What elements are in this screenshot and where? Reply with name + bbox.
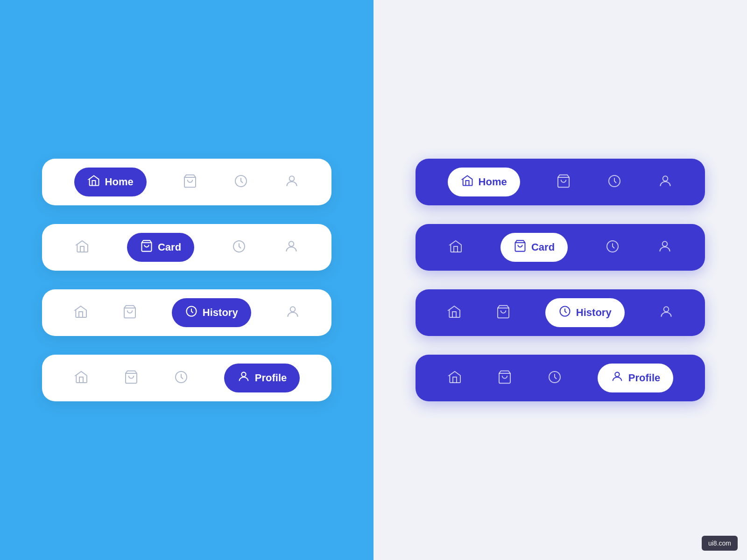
home-icon <box>447 304 462 321</box>
home-icon <box>448 239 463 256</box>
profile-pill-blue[interactable]: Profile <box>224 364 300 392</box>
svg-point-20 <box>664 307 669 312</box>
profile-pill-white[interactable]: Profile <box>598 364 673 392</box>
home-label: Home <box>479 176 507 188</box>
nav-item-home[interactable]: Home <box>448 168 520 196</box>
card-label: Card <box>158 241 181 253</box>
nav-item-profile[interactable] <box>658 174 673 190</box>
home-icon <box>87 174 100 190</box>
history-label: History <box>576 307 612 319</box>
nav-item-card[interactable]: Card <box>500 233 568 262</box>
nav-item-card[interactable]: Card <box>127 233 194 262</box>
cart-icon <box>496 304 511 321</box>
clock-icon <box>233 174 248 190</box>
home-icon <box>73 304 88 321</box>
history-label: History <box>203 307 238 319</box>
home-icon <box>75 239 90 256</box>
home-pill-white[interactable]: Home <box>448 168 520 196</box>
nav-item-history[interactable] <box>233 174 248 190</box>
cart-icon <box>124 370 139 386</box>
nav-item-profile[interactable] <box>657 239 672 256</box>
nav-bar-history-purple: History <box>416 289 705 336</box>
nav-item-card[interactable] <box>122 304 137 321</box>
svg-point-5 <box>289 241 294 246</box>
card-pill-white[interactable]: Card <box>500 233 568 262</box>
home-pill-blue[interactable]: Home <box>74 168 147 196</box>
history-pill-white[interactable]: History <box>545 298 625 327</box>
clock-icon <box>185 305 198 321</box>
nav-item-history[interactable]: History <box>172 298 251 327</box>
nav-item-history[interactable]: History <box>545 298 625 327</box>
clock-icon <box>232 239 247 256</box>
nav-bar-card-white: Card <box>42 224 331 271</box>
cart-icon <box>556 174 571 190</box>
nav-bar-history-white: History <box>42 289 331 336</box>
nav-bar-home-white: Home <box>42 159 331 205</box>
nav-item-card[interactable] <box>183 174 197 190</box>
cart-icon <box>497 370 512 386</box>
left-panel: Home <box>0 0 374 560</box>
user-icon <box>659 304 674 321</box>
clock-icon <box>605 239 620 256</box>
nav-item-home[interactable] <box>75 239 90 256</box>
nav-item-card[interactable] <box>124 370 139 386</box>
nav-item-history[interactable] <box>607 174 622 190</box>
cart-icon <box>514 239 527 255</box>
nav-item-history[interactable] <box>232 239 247 256</box>
nav-item-history[interactable] <box>174 370 189 386</box>
user-icon <box>284 174 299 190</box>
watermark: ui8.com <box>702 536 738 551</box>
nav-item-home[interactable] <box>448 239 463 256</box>
nav-item-card[interactable] <box>496 304 511 321</box>
svg-point-2 <box>289 176 295 181</box>
nav-item-history[interactable] <box>547 370 562 386</box>
user-icon <box>284 239 299 256</box>
nav-item-home[interactable] <box>447 304 462 321</box>
clock-icon <box>558 305 571 321</box>
profile-label: Profile <box>255 372 287 384</box>
nav-item-profile[interactable]: Profile <box>598 364 673 392</box>
nav-item-profile[interactable]: Profile <box>224 364 300 392</box>
nav-item-home[interactable] <box>74 370 89 386</box>
svg-point-11 <box>241 372 246 377</box>
nav-bar-home-purple: Home <box>416 159 705 205</box>
nav-item-home[interactable] <box>447 370 462 386</box>
nav-bar-card-purple: Card <box>416 224 705 271</box>
cart-icon <box>122 304 137 321</box>
home-icon <box>74 370 89 386</box>
home-icon <box>447 370 462 386</box>
watermark-text: ui8.com <box>708 539 731 547</box>
user-icon <box>237 370 250 386</box>
nav-item-profile[interactable] <box>659 304 674 321</box>
cart-icon <box>183 174 197 190</box>
profile-label: Profile <box>628 372 660 384</box>
nav-item-profile[interactable] <box>285 304 300 321</box>
clock-icon <box>547 370 562 386</box>
nav-item-home[interactable] <box>73 304 88 321</box>
user-icon <box>658 174 673 190</box>
svg-point-23 <box>615 372 619 377</box>
nav-item-card[interactable] <box>556 174 571 190</box>
card-pill-blue[interactable]: Card <box>127 233 194 262</box>
nav-bar-profile-purple: Profile <box>416 355 705 401</box>
home-icon <box>461 174 474 190</box>
user-icon <box>657 239 672 256</box>
svg-point-8 <box>290 307 296 312</box>
nav-item-profile[interactable] <box>284 239 299 256</box>
user-icon <box>611 370 624 386</box>
svg-point-17 <box>662 241 668 246</box>
nav-item-history[interactable] <box>605 239 620 256</box>
history-pill-blue[interactable]: History <box>172 298 251 327</box>
clock-icon <box>174 370 189 386</box>
right-panel: Home <box>374 0 747 560</box>
clock-icon <box>607 174 622 190</box>
user-icon <box>285 304 300 321</box>
card-label: Card <box>531 241 555 253</box>
cart-icon <box>140 239 153 255</box>
nav-item-home[interactable]: Home <box>74 168 147 196</box>
home-label: Home <box>105 176 134 188</box>
svg-point-14 <box>663 176 668 181</box>
nav-bar-profile-white: Profile <box>42 355 331 401</box>
nav-item-card[interactable] <box>497 370 512 386</box>
nav-item-profile[interactable] <box>284 174 299 190</box>
